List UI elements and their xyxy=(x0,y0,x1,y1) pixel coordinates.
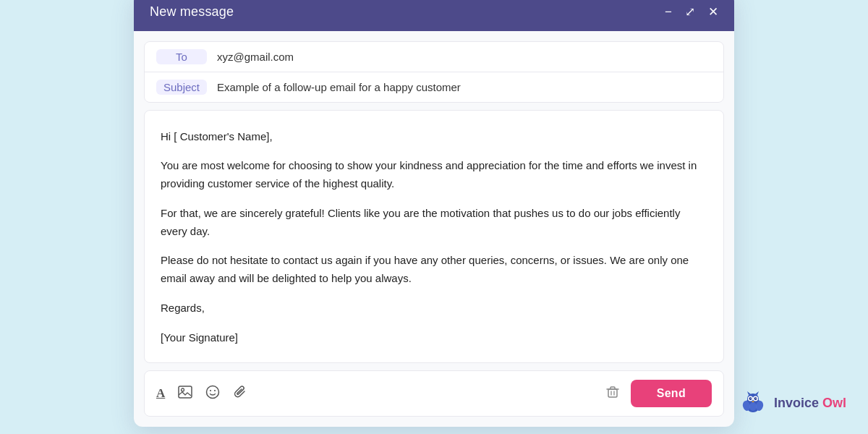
footer-tools: A xyxy=(156,385,247,403)
owl-logo-icon xyxy=(739,389,767,417)
brand-name-part1: Invoice xyxy=(774,396,819,410)
svg-point-1 xyxy=(182,388,184,391)
image-icon[interactable] xyxy=(178,386,192,402)
greeting: Hi [ Customer's Name], xyxy=(161,128,707,146)
svg-marker-13 xyxy=(755,391,759,395)
svg-point-16 xyxy=(749,397,752,400)
brand-name: Invoice Owl xyxy=(774,396,846,411)
paragraph3: Please do not hesitate to contact us aga… xyxy=(161,252,707,288)
svg-point-3 xyxy=(210,390,211,391)
svg-point-2 xyxy=(207,386,219,398)
svg-rect-0 xyxy=(179,386,192,398)
emoji-icon[interactable] xyxy=(205,385,220,403)
to-label: To xyxy=(156,49,207,64)
paragraph2: For that, we are sincerely grateful! Cli… xyxy=(161,205,707,241)
to-value[interactable]: xyz@gmail.com xyxy=(217,51,712,63)
svg-rect-5 xyxy=(608,389,617,397)
modal-header: New message − ⤢ ✕ xyxy=(134,0,734,31)
footer-right: Send xyxy=(605,380,712,407)
subject-field-row: Subject Example of a follow-up email for… xyxy=(145,72,723,102)
close-icon[interactable]: ✕ xyxy=(708,6,718,18)
modal-title: New message xyxy=(150,4,234,20)
text-format-icon[interactable]: A xyxy=(156,386,165,401)
modal-footer: A xyxy=(144,370,724,417)
svg-point-19 xyxy=(755,398,756,399)
subject-value[interactable]: Example of a follow-up email for a happy… xyxy=(217,81,712,93)
paragraph1: You are most welcome for choosing to sho… xyxy=(161,157,707,193)
brand-watermark: Invoice Owl xyxy=(739,389,846,417)
email-compose-modal: New message − ⤢ ✕ To xyz@gmail.com Subje… xyxy=(134,0,734,427)
closing: Regards, xyxy=(161,299,707,318)
minimize-icon[interactable]: − xyxy=(665,6,672,18)
expand-icon[interactable]: ⤢ xyxy=(685,6,695,18)
send-button[interactable]: Send xyxy=(631,380,712,407)
svg-point-21 xyxy=(749,402,757,411)
delete-icon[interactable] xyxy=(605,384,621,404)
to-field-row: To xyz@gmail.com xyxy=(145,42,723,72)
subject-label: Subject xyxy=(156,80,207,95)
modal-header-actions: − ⤢ ✕ xyxy=(665,6,718,18)
body-text: Hi [ Customer's Name], You are most welc… xyxy=(161,128,707,347)
attach-icon[interactable] xyxy=(233,385,247,403)
brand-name-part2: Owl xyxy=(822,396,846,410)
modal-fields: To xyz@gmail.com Subject Example of a fo… xyxy=(144,41,724,103)
modal-body[interactable]: Hi [ Customer's Name], You are most welc… xyxy=(144,110,724,364)
signature: [Your Signature] xyxy=(161,329,707,347)
svg-point-17 xyxy=(754,397,757,400)
svg-marker-12 xyxy=(747,391,751,395)
svg-point-18 xyxy=(750,398,751,399)
svg-point-4 xyxy=(214,390,216,391)
